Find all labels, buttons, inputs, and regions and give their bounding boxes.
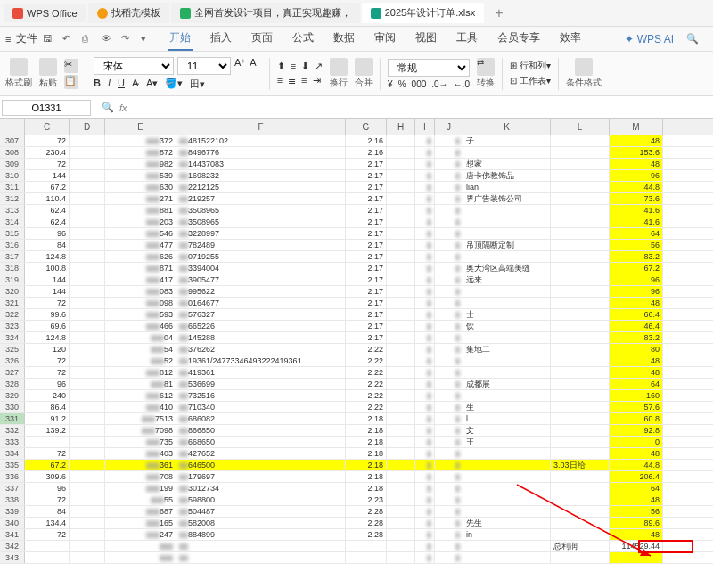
search-icon[interactable]: 🔍 [677,33,708,45]
cell[interactable]: 2.17 [346,159,387,169]
align-top-icon[interactable]: ⬆ [277,61,285,72]
cell[interactable] [387,159,415,169]
row-header[interactable]: 309 [0,159,25,169]
cell[interactable]: 48 [610,367,663,378]
cell[interactable]: 110.4 [25,193,70,204]
cell[interactable]: ▮ [435,460,463,470]
cell[interactable]: ▮ [435,355,463,366]
cell[interactable]: ▮ [415,425,435,436]
cell[interactable]: ▮ [435,390,463,401]
cell[interactable] [551,402,610,412]
cell[interactable] [70,518,105,528]
table-row[interactable]: 33567.2▮▮▮361▮▮6465002.18▮▮3.03日给i44.8 [0,460,713,471]
cell[interactable] [25,552,70,563]
cell[interactable]: 72 [25,529,70,540]
menu-formula[interactable]: 公式 [291,27,316,51]
table-row[interactable]: 33796▮▮▮199▮▮30127342.18▮▮64 [0,483,713,494]
cell[interactable] [551,321,610,331]
cell[interactable] [387,193,415,204]
cell[interactable]: l [463,413,551,424]
cell[interactable]: ▮▮ [176,552,346,563]
col-header-H[interactable]: H [387,119,415,135]
cell[interactable]: ▮▮646500 [176,460,346,470]
add-tab-button[interactable]: + [486,2,512,25]
table-row[interactable]: 33872▮▮▮55▮▮5988002.23▮▮48 [0,494,713,506]
row-header[interactable]: 317 [0,251,25,262]
cell[interactable]: ▮▮19361/24773346493222419361 [176,355,346,366]
cell[interactable]: ▮ [435,506,463,517]
cell[interactable]: 96 [610,274,663,285]
cell[interactable]: ▮ [415,309,435,320]
cell[interactable]: ▮ [415,471,435,482]
bold-button[interactable]: B [94,78,101,91]
cell[interactable]: 2.16 [346,147,387,158]
menu-view[interactable]: 视图 [414,27,438,51]
cell[interactable] [70,135,105,146]
table-row[interactable]: 317124.8▮▮▮626▮▮07192552.17▮▮83.2 [0,251,713,263]
cell[interactable]: ▮ [415,506,435,517]
row-header[interactable]: 321 [0,298,25,308]
currency-icon[interactable]: ¥ [388,79,393,89]
cell[interactable] [70,529,105,540]
cell[interactable]: 64 [610,228,663,239]
table-row[interactable]: 342▮▮▮▮▮▮▮总利润114529.44 [0,541,713,552]
table-row[interactable]: 32369.6▮▮▮466▮▮6652262.17▮▮饮46.4 [0,321,713,332]
cell[interactable]: 士 [463,309,551,320]
cell[interactable] [551,437,610,447]
cell[interactable] [70,321,105,331]
cell[interactable]: 57.6 [610,402,663,412]
table-row[interactable]: 333▮▮▮735▮▮6686502.18▮▮王0 [0,437,713,448]
cell[interactable]: ▮ [435,309,463,320]
cell[interactable]: ▮▮179697 [176,471,346,482]
cell[interactable] [551,494,610,505]
cell[interactable]: ▮▮686082 [176,413,346,424]
cell[interactable]: ▮▮▮626 [105,251,176,262]
select-all-corner[interactable] [0,119,25,135]
cell[interactable]: 67.2 [25,460,70,470]
cell[interactable]: ▮▮▮199 [105,483,176,494]
copy-icon[interactable]: 📋 [64,75,78,89]
cell[interactable]: ▮ [415,216,435,227]
cell[interactable]: ▮ [435,135,463,146]
cell[interactable] [551,286,610,297]
cell[interactable]: ▮ [415,355,435,366]
cell[interactable]: ▮ [415,518,435,528]
row-header[interactable]: 333 [0,437,25,447]
cell[interactable] [387,147,415,158]
cell[interactable]: 2.17 [346,274,387,285]
cell[interactable]: ▮▮▮083 [105,286,176,297]
redo-icon[interactable]: ↷ [121,33,134,45]
row-header[interactable]: 330 [0,402,25,412]
cell[interactable]: 2.18 [346,437,387,447]
table-row[interactable]: 343▮▮▮▮▮▮▮ [0,552,713,564]
cell[interactable]: 2.18 [346,413,387,424]
cell[interactable] [551,193,610,204]
cell[interactable]: ▮▮▮81 [105,379,176,389]
cell[interactable]: ▮ [435,379,463,389]
cell[interactable]: ▮ [435,170,463,181]
cell[interactable]: ▮▮▮871 [105,263,176,274]
cell[interactable]: ▮▮▮ [105,541,176,551]
cell[interactable]: ▮ [435,413,463,424]
cell[interactable]: 139.2 [25,425,70,436]
cell[interactable]: ▮▮▮630 [105,182,176,192]
cell[interactable] [387,251,415,262]
cell[interactable]: 48 [610,494,663,505]
wrap-button[interactable]: 换行 [330,58,348,89]
cell[interactable]: 2.28 [346,518,387,528]
condfmt-button[interactable]: 条件格式 [566,58,602,89]
cell[interactable]: ▮ [435,448,463,459]
cell[interactable]: 2.22 [346,390,387,401]
row-header[interactable]: 313 [0,205,25,216]
cell[interactable]: 92.8 [610,425,663,436]
cell[interactable]: ▮ [435,182,463,192]
cell[interactable] [70,471,105,482]
cell[interactable]: 120 [25,344,70,355]
table-row[interactable]: 33984▮▮▮687▮▮5044872.28▮▮56 [0,506,713,518]
cell[interactable]: 2.23 [346,494,387,505]
cell[interactable]: ▮▮14437083 [176,159,346,169]
cell[interactable] [346,541,387,551]
cell[interactable]: ▮▮▮466 [105,321,176,331]
print-icon[interactable]: ⎙ [82,33,94,45]
cell[interactable]: ▮▮▮403 [105,448,176,459]
